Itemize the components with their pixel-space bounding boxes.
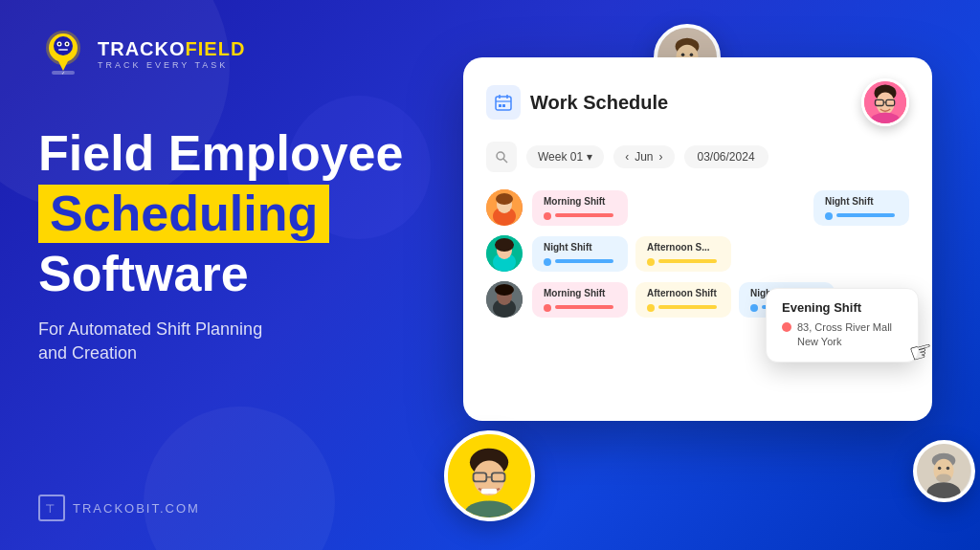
shift-bar	[658, 259, 717, 263]
shift-dot	[544, 212, 551, 220]
next-month-icon[interactable]: ›	[659, 150, 663, 164]
week-dropdown[interactable]: Week 01 ▾	[526, 145, 604, 168]
logo-icon: ✓	[38, 29, 88, 78]
shift-bar	[658, 305, 717, 309]
trackobit-icon: ⊤	[38, 495, 65, 521]
employee-avatar	[486, 281, 523, 318]
shift-label: Morning Shift	[544, 288, 616, 298]
logo-field: FIELD	[186, 38, 246, 59]
shift-tooltip: Evening Shift 83, Cross River Mall New Y…	[766, 288, 919, 363]
svg-point-2	[54, 36, 73, 55]
cursor-hand-icon: ☞	[905, 333, 937, 369]
svg-rect-19	[496, 97, 511, 110]
shift-dot	[647, 304, 655, 312]
tooltip-address: 83, Cross River Mall New York	[782, 320, 902, 350]
shift-chip: Night Shift	[813, 190, 909, 226]
shift-bar	[555, 305, 613, 309]
shift-chips: Night Shift Afternoon S...	[532, 236, 909, 272]
shift-bar	[836, 213, 895, 217]
svg-point-16	[681, 54, 685, 57]
schedule-rows: Morning Shift Night Shift	[486, 189, 909, 318]
prev-month-icon[interactable]: ‹	[625, 150, 629, 164]
shift-label: Night Shift	[544, 242, 616, 253]
shift-chip: Morning Shift	[532, 190, 628, 226]
month-nav[interactable]: ‹ Jun ›	[613, 145, 674, 168]
card-title-area: Work Schedule	[486, 85, 668, 120]
week-label: Week 01	[538, 150, 583, 164]
shift-bar	[555, 213, 613, 217]
svg-rect-7	[58, 49, 68, 51]
svg-line-33	[503, 159, 507, 163]
shift-chip: Afternoon S...	[635, 236, 731, 272]
svg-point-5	[58, 43, 60, 45]
tooltip-title: Evening Shift	[782, 300, 902, 315]
svg-rect-52	[481, 489, 497, 494]
card-header: Work Schedule	[486, 78, 909, 126]
svg-text:✓: ✓	[61, 70, 65, 76]
svg-point-32	[497, 152, 504, 160]
date-display: 03/06/2024	[684, 145, 768, 168]
schedule-row: Night Shift Afternoon S...	[486, 235, 909, 272]
shift-chip: Afternoon Shift	[635, 282, 731, 318]
hero-line3: Software	[38, 247, 412, 301]
svg-rect-23	[499, 104, 501, 107]
date-label: 03/06/2024	[698, 150, 755, 164]
shift-bar	[555, 259, 613, 263]
svg-point-37	[496, 193, 513, 205]
svg-point-60	[927, 482, 961, 502]
shift-dot	[825, 212, 833, 220]
schedule-icon	[486, 85, 521, 120]
card-title: Work Schedule	[530, 92, 668, 114]
svg-point-17	[690, 54, 694, 57]
shift-label: Afternoon S...	[647, 242, 720, 253]
svg-point-6	[66, 43, 68, 45]
logo-track: TRACKO	[98, 38, 186, 59]
employee-avatar	[486, 235, 523, 272]
search-button[interactable]	[486, 142, 517, 172]
shift-label: Afternoon Shift	[647, 288, 720, 298]
location-dot-icon	[782, 322, 791, 332]
float-avatar-bottom-right	[913, 440, 975, 502]
hero-subtitle: For Automated Shift Planningand Creation	[38, 318, 412, 365]
left-panel: ✓ TRACKOFIELD TRACK EVERY TASK Field Emp…	[0, 0, 450, 550]
svg-rect-24	[502, 104, 505, 107]
shift-dot	[544, 258, 551, 266]
logo-text: TRACKOFIELD TRACK EVERY TASK	[98, 38, 245, 70]
svg-point-59	[947, 467, 950, 471]
logo-tagline: TRACK EVERY TASK	[98, 60, 245, 70]
bottom-logo: ⊤ TRACKOBIT.COM	[38, 495, 412, 521]
svg-point-45	[495, 284, 514, 296]
schedule-card: Work Schedule	[463, 57, 932, 421]
main-heading: Field Employee Scheduling Software For A…	[38, 126, 412, 475]
tooltip-address-text: 83, Cross River Mall New York	[797, 320, 892, 350]
float-avatar-bottom-left	[444, 430, 535, 521]
shift-chips: Morning Shift Night Shift	[532, 190, 909, 226]
shift-dot	[750, 304, 758, 312]
header-avatar	[861, 78, 909, 126]
card-toolbar[interactable]: Week 01 ▾ ‹ Jun › 03/06/2024	[486, 142, 909, 172]
shift-dot	[544, 304, 551, 312]
shift-chip: Morning Shift	[532, 282, 628, 318]
website-label: TRACKOBIT.COM	[73, 501, 200, 516]
shift-label: Night Shift	[825, 196, 898, 207]
hero-line2: Scheduling	[50, 186, 318, 241]
logo-area: ✓ TRACKOFIELD TRACK EVERY TASK	[38, 29, 412, 78]
svg-text:⊤: ⊤	[45, 502, 56, 516]
shift-dot	[647, 258, 655, 266]
hero-line1: Field Employee	[38, 126, 412, 181]
svg-point-41	[495, 238, 514, 252]
schedule-row: Morning Shift Night Shift	[486, 189, 909, 226]
svg-point-58	[938, 467, 942, 471]
chevron-down-icon: ▾	[587, 150, 592, 164]
svg-point-57	[936, 474, 951, 483]
right-panel: Work Schedule	[463, 57, 961, 469]
shift-label: Morning Shift	[544, 196, 616, 207]
hero-highlight-box: Scheduling	[38, 185, 329, 243]
month-label: Jun	[635, 150, 653, 164]
shift-chip: Night Shift	[532, 236, 628, 272]
employee-avatar	[486, 189, 523, 226]
